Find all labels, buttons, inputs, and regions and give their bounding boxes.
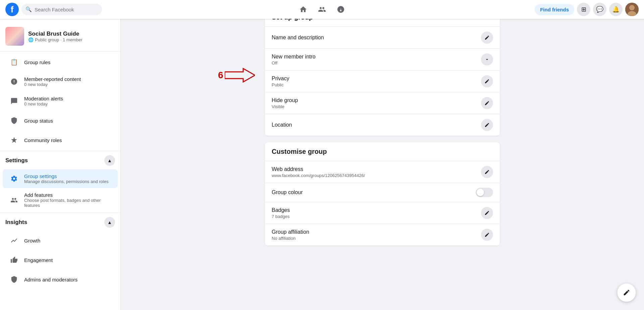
badges-row: Badges 7 badges [265, 202, 500, 224]
messenger-button[interactable]: 💬 [593, 3, 606, 16]
customise-group-section: Customise group Web address www.facebook… [265, 142, 500, 252]
growth-label: Growth [24, 238, 40, 243]
step-number: 6 [218, 70, 223, 81]
group-meta: 🌐 Public group · 1 member [28, 37, 83, 42]
new-member-intro-row: New member intro Off [265, 48, 500, 70]
pencil-icon [484, 232, 490, 237]
arrow-icon [225, 67, 255, 84]
group-affiliation-edit-button[interactable] [481, 229, 493, 241]
toggle-knob [477, 189, 484, 196]
search-bar[interactable]: 🔍 [21, 4, 102, 15]
customise-group-card: Customise group Web address www.facebook… [265, 142, 500, 246]
sidebar-item-engagement[interactable]: Engagement [3, 251, 118, 260]
web-address-edit-button[interactable] [481, 166, 493, 178]
user-avatar[interactable] [625, 3, 639, 16]
group-colour-row: Group colour [265, 183, 500, 202]
search-icon: 🔍 [25, 6, 32, 12]
notifications-button[interactable]: 🔔 [609, 3, 623, 16]
member-reported-sublabel: 0 new today [24, 82, 81, 87]
location-edit-button[interactable] [481, 119, 493, 131]
setup-group-section: 6 Set up group Name and description New … [265, 8, 500, 142]
home-icon [299, 5, 307, 13]
hide-group-label: Hide group [272, 97, 298, 103]
pencil-icon [484, 35, 490, 40]
privacy-edit-button[interactable] [481, 75, 493, 87]
new-member-intro-label: New member intro [272, 54, 316, 60]
topnav-right: Find friends ⊞ 💬 🔔 [525, 3, 639, 16]
settings-toggle[interactable]: ▲ [104, 155, 115, 166]
privacy-sublabel: Public [272, 82, 289, 87]
name-description-label: Name and description [272, 35, 324, 41]
insights-toggle[interactable]: ▲ [104, 217, 115, 228]
settings-section-header: Settings ▲ [0, 152, 120, 169]
badges-sublabel: 7 badges [272, 214, 290, 219]
find-friends-button[interactable]: Find friends [535, 4, 574, 15]
group-header: Social Brust Guide 🌐 Public group · 1 me… [0, 23, 120, 50]
setup-group-card: Set up group Name and description New me… [265, 8, 500, 136]
insights-section-header: Insights ▲ [0, 214, 120, 230]
member-reported-label: Member-reported content [24, 76, 81, 82]
location-label: Location [272, 122, 292, 128]
search-input[interactable] [35, 7, 98, 12]
sidebar-item-member-reported[interactable]: Member-reported content 0 new today [3, 72, 118, 91]
new-member-intro-sublabel: Off [272, 60, 316, 65]
group-settings-icon [8, 173, 20, 185]
new-member-intro-chevron-button[interactable] [481, 53, 493, 65]
sidebar-item-group-settings[interactable]: Group settings Manage discussions, permi… [3, 169, 118, 188]
group-settings-label: Group settings [24, 173, 108, 179]
divider-3 [0, 213, 120, 213]
badges-label: Badges [272, 207, 290, 213]
hide-group-edit-button[interactable] [481, 97, 493, 109]
home-nav-button[interactable] [295, 1, 311, 17]
sidebar-item-group-rules[interactable]: 📋 Group rules [3, 53, 118, 72]
hide-group-sublabel: Visible [272, 104, 298, 109]
apps-button[interactable]: ⊞ [577, 3, 590, 16]
facebook-logo[interactable]: f [5, 3, 19, 16]
group-affiliation-row: Group affiliation No affiliation [265, 224, 500, 246]
topnav: f 🔍 Find friends ⊞ 💬 🔔 [0, 0, 644, 19]
add-features-label: Add features [24, 192, 112, 198]
pencil-icon [484, 169, 490, 175]
people-nav-button[interactable] [314, 1, 330, 17]
location-row: Location [265, 114, 500, 136]
sidebar-item-group-status[interactable]: Group status [3, 111, 118, 130]
sidebar-item-add-features[interactable]: Add features Choose post formats, badges… [3, 189, 118, 211]
profile-nav-button[interactable] [333, 1, 349, 17]
community-roles-icon [8, 134, 20, 146]
moderation-alerts-label: Moderation alerts [24, 96, 63, 101]
chevron-down-icon [484, 57, 490, 62]
badges-edit-button[interactable] [481, 207, 493, 219]
pencil-icon [484, 210, 490, 216]
globe-icon: 🌐 [28, 37, 34, 42]
group-status-icon [8, 115, 20, 127]
web-address-row: Web address www.facebook.com/groups/1206… [265, 161, 500, 183]
name-description-edit-button[interactable] [481, 32, 493, 44]
pencil-icon [484, 79, 490, 84]
group-colour-toggle[interactable] [476, 188, 493, 197]
settings-section-title: Settings [5, 157, 28, 164]
privacy-label: Privacy [272, 76, 289, 82]
sidebar-item-growth[interactable]: Growth [3, 231, 118, 250]
sidebar-item-moderation-alerts[interactable]: Moderation alerts 0 new today [3, 92, 118, 110]
people-icon [318, 5, 326, 13]
name-description-row: Name and description [265, 27, 500, 48]
member-reported-icon [8, 76, 20, 88]
avatar-image [625, 3, 639, 16]
privacy-row: Privacy Public [265, 70, 500, 92]
web-address-sublabel: www.facebook.com/groups/1206256743954426… [272, 173, 365, 178]
svg-marker-3 [225, 69, 255, 82]
group-name: Social Brust Guide [28, 31, 83, 37]
pencil-icon [484, 122, 490, 128]
group-rules-label: Group rules [24, 59, 50, 65]
topnav-left: f 🔍 [5, 3, 119, 16]
sidebar-item-community-roles[interactable]: Community roles [3, 131, 118, 149]
community-roles-label: Community roles [24, 137, 62, 143]
engagement-label: Engagement [24, 257, 53, 261]
add-features-sublabel: Choose post formats, badges and other fe… [24, 198, 112, 208]
divider-2 [0, 151, 120, 151]
customise-group-title: Customise group [265, 142, 500, 161]
topnav-center [119, 1, 525, 17]
group-avatar [5, 27, 24, 46]
step-annotation: 6 [218, 67, 255, 84]
divider-1 [0, 51, 120, 51]
